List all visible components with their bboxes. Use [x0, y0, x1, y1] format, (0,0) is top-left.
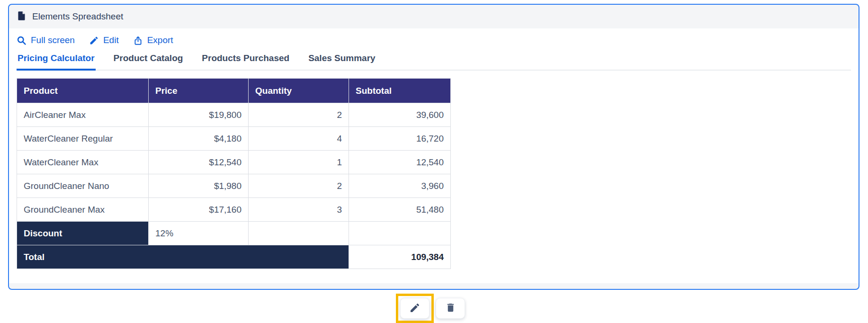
cell-quantity: 2 [249, 103, 349, 127]
column-header-price: Price [149, 79, 249, 103]
panel-content: Full screen Edit [9, 28, 859, 283]
table-row: GroundCleaner Max $17,160 3 51,480 [17, 198, 451, 222]
total-label-cell: Total [17, 245, 349, 269]
cell-quantity: 1 [249, 151, 349, 174]
cell-price: $4,180 [149, 127, 249, 151]
spreadsheet-panel: Elements Spreadsheet Full screen [8, 4, 859, 290]
document-icon [17, 10, 27, 23]
cell-price: $1,980 [149, 174, 249, 198]
full-screen-button[interactable]: Full screen [17, 35, 75, 45]
panel-title-bar: Elements Spreadsheet [9, 5, 859, 28]
cell-product: AirCleaner Max [17, 103, 149, 127]
empty-cell [249, 222, 349, 245]
cell-subtotal: 39,600 [349, 103, 451, 127]
cell-product: GroundCleaner Max [17, 198, 149, 222]
cell-product: GroundCleaner Nano [17, 174, 149, 198]
pencil-icon [409, 302, 421, 315]
edit-button[interactable]: Edit [89, 35, 119, 45]
cell-price: $17,160 [149, 198, 249, 222]
search-icon [17, 36, 27, 45]
cell-subtotal: 16,720 [349, 127, 451, 151]
macro-action-bar [396, 294, 465, 323]
highlight-outline [396, 294, 434, 323]
total-row: Total 109,384 [17, 245, 451, 269]
table-row: WaterCleaner Max $12,540 1 12,540 [17, 151, 451, 174]
edit-label: Edit [103, 35, 119, 45]
page: Elements Spreadsheet Full screen [0, 0, 868, 323]
trash-icon [445, 302, 456, 314]
cell-price: $12,540 [149, 151, 249, 174]
export-icon [133, 36, 143, 45]
tab-label: Product Catalog [114, 53, 183, 63]
tab-label: Products Purchased [202, 53, 289, 63]
cell-product: WaterCleaner Max [17, 151, 149, 174]
full-screen-label: Full screen [31, 35, 75, 45]
empty-cell [349, 222, 451, 245]
table-row: GroundCleaner Nano $1,980 2 3,960 [17, 174, 451, 198]
cell-product: WaterCleaner Regular [17, 127, 149, 151]
cell-quantity: 2 [249, 174, 349, 198]
tab-label: Pricing Calculator [18, 53, 95, 63]
cell-subtotal: 3,960 [349, 174, 451, 198]
column-header-subtotal: Subtotal [349, 79, 451, 103]
delete-action-button[interactable] [436, 298, 465, 319]
column-header-quantity: Quantity [249, 79, 349, 103]
tab-products-purchased[interactable]: Products Purchased [201, 52, 290, 70]
column-header-product: Product [17, 79, 149, 103]
cell-subtotal: 51,480 [349, 198, 451, 222]
tab-pricing-calculator[interactable]: Pricing Calculator [17, 52, 96, 70]
discount-value-cell: 12% [149, 222, 249, 245]
table-row: WaterCleaner Regular $4,180 4 16,720 [17, 127, 451, 151]
tab-bar: Pricing Calculator Product Catalog Produ… [17, 52, 851, 71]
tab-sales-summary[interactable]: Sales Summary [307, 52, 376, 70]
discount-label-cell: Discount [17, 222, 149, 245]
discount-row: Discount 12% [17, 222, 451, 245]
pricing-table: Product Price Quantity Subtotal AirClean… [17, 78, 451, 269]
toolbar: Full screen Edit [17, 28, 851, 47]
cell-price: $19,800 [149, 103, 249, 127]
cell-subtotal: 12,540 [349, 151, 451, 174]
total-value-cell: 109,384 [349, 245, 451, 269]
export-button[interactable]: Export [133, 35, 173, 45]
tab-label: Sales Summary [308, 53, 376, 63]
table-row: AirCleaner Max $19,800 2 39,600 [17, 103, 451, 127]
cell-quantity: 3 [249, 198, 349, 222]
page-title: Elements Spreadsheet [32, 11, 123, 22]
table-header-row: Product Price Quantity Subtotal [17, 79, 451, 103]
tab-product-catalog[interactable]: Product Catalog [113, 52, 184, 70]
cell-quantity: 4 [249, 127, 349, 151]
export-label: Export [147, 35, 173, 45]
pencil-icon [89, 36, 99, 45]
edit-action-button[interactable] [400, 298, 430, 319]
